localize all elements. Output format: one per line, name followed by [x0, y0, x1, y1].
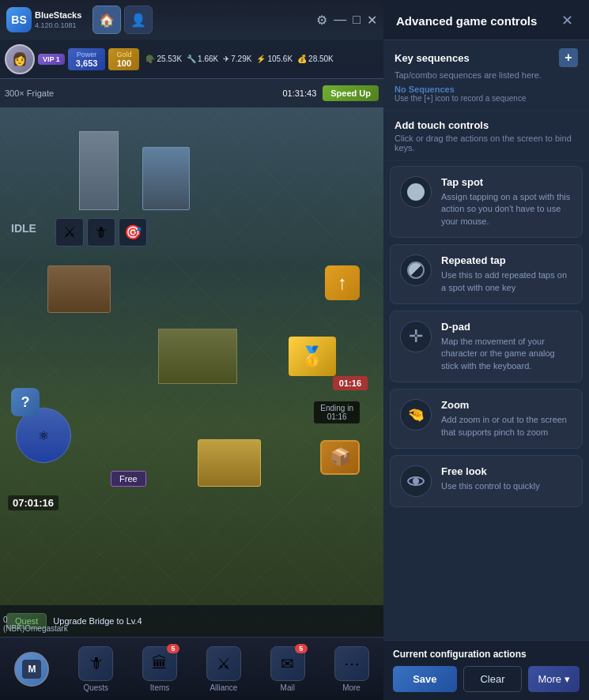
advanced-controls-panel: Advanced game controls ✕ Key sequences +…: [383, 0, 589, 700]
touch-controls-subtitle: Click or drag the actions on the screen …: [395, 134, 578, 152]
repeated-tap-icon-wrap: [400, 254, 432, 286]
repeated-tap-title: Repeated tap: [441, 254, 572, 266]
question-mark-button[interactable]: ?: [11, 388, 40, 416]
window-controls: ⚙ — □ ✕: [316, 13, 377, 28]
panel-title: Advanced game controls: [396, 14, 537, 28]
gold-value: 100: [116, 58, 131, 68]
game-map[interactable]: IDLE ⚔ 🗡 🎯 ⚛ 🥇 01:16 ↑ ? Ending in 01:16…: [0, 107, 383, 637]
minimize-icon[interactable]: —: [334, 13, 346, 27]
repeated-tap-content: Repeated tap Use this to add repeated ta…: [441, 254, 572, 294]
maximize-icon[interactable]: □: [353, 13, 361, 27]
items-label: Items: [150, 683, 169, 692]
key-sequences-header: Key sequences +: [395, 48, 578, 67]
zoom-card[interactable]: 🤏 Zoom Add zoom in or out to the screen …: [390, 389, 583, 449]
unit-name: 300× Frigate: [5, 88, 54, 98]
nav-item-avatar[interactable]: M: [12, 652, 51, 687]
tap-spot-icon-wrap: [400, 176, 432, 208]
unit-thumb-3: 🎯: [119, 218, 147, 247]
mail-icon: ✉: [281, 654, 294, 673]
tap-spot-title: Tap spot: [441, 176, 572, 188]
tap-spot-content: Tap spot Assign tapping on a spot with t…: [441, 176, 572, 228]
items-icon: 🏛: [152, 654, 168, 672]
player-avatar[interactable]: 👩: [5, 44, 35, 74]
oil-value: 105.6K: [267, 55, 293, 63]
dpad-desc: Map the movement of your character or th…: [441, 336, 572, 372]
player-info: 0 (NBK)Omegastark: [3, 615, 68, 633]
zoom-title: Zoom: [441, 399, 572, 411]
nav-item-alliance[interactable]: ⚔ Alliance: [204, 646, 244, 692]
resource-gold: 💰28.50K: [297, 55, 334, 63]
zoom-icon-wrap: 🤏: [400, 399, 432, 431]
tap-spot-card[interactable]: Tap spot Assign tapping on a spot with t…: [390, 166, 583, 238]
free-look-icon: [407, 476, 425, 486]
player-power: 0: [3, 615, 68, 624]
panel-close-button[interactable]: ✕: [557, 11, 576, 30]
tab-user[interactable]: 👤: [124, 6, 153, 34]
unit-thumb-2: 🗡: [87, 218, 115, 247]
timer-badge: 01:16: [333, 376, 368, 390]
quests-label: Quests: [83, 683, 108, 692]
items-badge: 5: [167, 644, 179, 653]
mail-badge: 5: [295, 644, 308, 653]
power-box: Power 3,653: [68, 48, 106, 70]
ending-badge: Ending in 01:16: [314, 401, 360, 423]
gold-label: Gold: [116, 51, 131, 58]
quests-icon-wrap: 🗡: [78, 646, 113, 681]
power-label: Power: [76, 51, 98, 58]
ore-value: 7.29K: [231, 55, 251, 63]
repeated-tap-card[interactable]: Repeated tap Use this to add repeated ta…: [390, 244, 583, 304]
building-skyscraper[interactable]: [79, 131, 119, 210]
arrow-up-button[interactable]: ↑: [325, 265, 360, 300]
save-button[interactable]: Save: [393, 666, 457, 692]
key-sequences-section: Key sequences + Tap/combo sequences are …: [383, 40, 589, 111]
wood-value: 1.66K: [198, 55, 218, 63]
mail-label: Mail: [281, 683, 295, 692]
speed-up-button[interactable]: Speed Up: [323, 85, 379, 101]
power-value: 3,653: [76, 58, 98, 68]
add-sequence-button[interactable]: +: [559, 48, 578, 67]
avatar-initial: M: [22, 660, 41, 679]
tap-spot-icon: [407, 183, 425, 201]
tab-home[interactable]: 🏠: [93, 6, 121, 34]
items-icon-wrap: 🏛 5: [142, 646, 177, 681]
controls-list: Tap spot Assign tapping on a spot with t…: [383, 161, 589, 640]
gold-pile[interactable]: 🥇: [289, 337, 336, 376]
nav-item-more[interactable]: ⋯ More: [332, 646, 372, 692]
avatar[interactable]: M: [14, 652, 49, 687]
resources-bar: 🪖25.53K 🔧1.66K ✈7.29K ⚡105.6K 💰28.50K: [145, 55, 333, 63]
close-icon[interactable]: ✕: [367, 13, 377, 28]
nav-item-items[interactable]: 🏛 5 Items: [140, 646, 179, 692]
nav-item-mail[interactable]: ✉ 5 Mail: [268, 646, 308, 692]
zoom-icon: 🤏: [407, 406, 425, 423]
sequence-hint: Use the [+] icon to record a sequence: [395, 94, 578, 103]
dpad-icon: [406, 327, 425, 346]
more-icon-wrap: ⋯: [334, 646, 369, 681]
repeated-tap-icon: [407, 262, 425, 279]
nav-item-quests[interactable]: 🗡 Quests: [76, 646, 115, 692]
gold-box: Gold 100: [108, 48, 139, 70]
free-look-card[interactable]: Free look Use this control to quickly: [390, 455, 583, 507]
building-tower[interactable]: [142, 147, 190, 210]
building-factory[interactable]: [158, 329, 237, 384]
building-barracks[interactable]: [47, 265, 111, 313]
topbar: BS BlueStacks 4.120.0.1081 🏠 👤 ⚙ — □ ✕: [0, 0, 383, 40]
ending-time: 01:16: [320, 412, 353, 421]
zoom-content: Zoom Add zoom in or out to the screen th…: [441, 399, 572, 438]
free-look-title: Free look: [441, 465, 572, 477]
dpad-card[interactable]: D-pad Map the movement of your character…: [390, 310, 583, 382]
chest-icon[interactable]: 📦: [320, 440, 360, 475]
logo-area: BS BlueStacks 4.120.0.1081: [6, 7, 81, 32]
ending-label: Ending in: [320, 404, 353, 412]
resource-food: 🪖25.53K: [145, 55, 182, 63]
food-value: 25.53K: [157, 55, 182, 63]
more-button[interactable]: More ▾: [528, 666, 580, 692]
unit-bar: 300× Frigate 01:31:43 Speed Up: [0, 79, 383, 107]
mail-icon-wrap: ✉ 5: [270, 646, 305, 681]
more-chevron-icon: ▾: [564, 673, 570, 685]
clear-button[interactable]: Clear: [463, 666, 523, 692]
unit-thumbnails: ⚔ 🗡 🎯: [55, 218, 147, 247]
game-hud: 👩 VIP 1 Power 3,653 Gold 100 🪖25.53K 🔧1.…: [0, 40, 383, 79]
settings-icon[interactable]: ⚙: [316, 13, 327, 28]
building-storage[interactable]: [198, 439, 261, 487]
free-look-icon-wrap: [400, 465, 432, 497]
